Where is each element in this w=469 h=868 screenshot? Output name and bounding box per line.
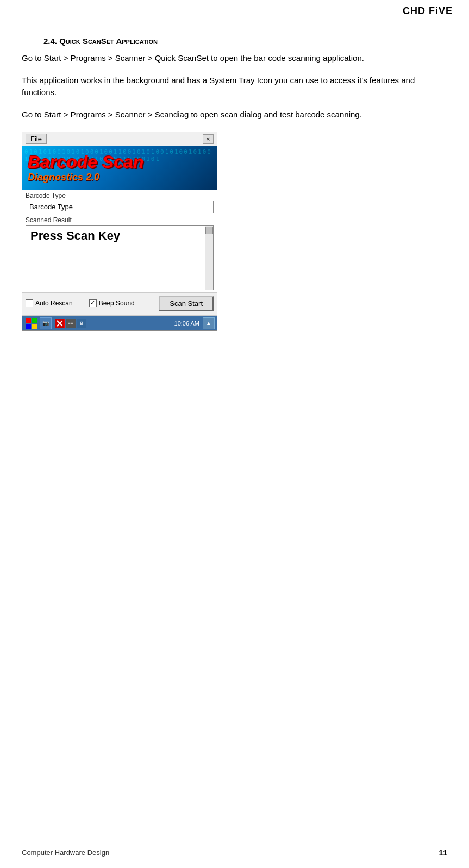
tray-icon-2: ≡≡	[66, 319, 76, 328]
svg-rect-1	[32, 318, 37, 323]
page-footer: Computer Hardware Design 11	[0, 844, 469, 857]
page-header: CHD FiVE	[0, 0, 469, 20]
paragraph-3: Go to Start > Programs > Scanner > Scand…	[22, 109, 447, 121]
tray-icon-3: 🖥	[77, 319, 86, 328]
taskbar-icon-1[interactable]: 📷	[40, 317, 52, 329]
scanned-result-scrollbar[interactable]	[205, 225, 214, 290]
windows-start-icon	[26, 318, 37, 329]
file-menu-button[interactable]: File	[26, 134, 47, 144]
tray-icon-right: ▲	[203, 317, 215, 329]
window-banner: 0101010010101000100110010101001010010100…	[22, 146, 217, 190]
footer-page-number: 11	[439, 848, 447, 857]
window-frame: File × 010101001010100010011001010100101…	[22, 132, 217, 331]
tray-icon-1	[55, 319, 65, 328]
auto-rescan-label: Auto Rescan	[35, 299, 73, 307]
scan-start-button[interactable]: Scan Start	[159, 296, 214, 311]
scanned-result-area: Press Scan Key	[26, 225, 214, 290]
beep-sound-checkbox-item: ✓ Beep Sound	[89, 299, 135, 307]
beep-sound-checkbox[interactable]: ✓	[89, 299, 97, 307]
beep-sound-label: Beep Sound	[99, 299, 135, 307]
auto-rescan-checkbox[interactable]	[26, 299, 33, 307]
svg-rect-2	[26, 324, 31, 329]
taskbar-time: 10:06 AM	[172, 320, 202, 327]
barcode-type-input[interactable]	[26, 201, 214, 213]
buttons-row: Scan Start	[159, 296, 214, 311]
window-titlebar: File ×	[22, 132, 217, 146]
content-area: 2.4. Quick ScanSet Application Go to Sta…	[0, 20, 469, 369]
svg-rect-3	[32, 324, 37, 329]
scrollbar-thumb	[205, 227, 213, 234]
brand-title: CHD FiVE	[403, 5, 453, 17]
auto-rescan-checkbox-item: Auto Rescan	[26, 299, 73, 307]
window-close-button[interactable]: ×	[203, 134, 214, 144]
paragraph-2: This application works in the background…	[22, 74, 447, 99]
barcode-type-label: Barcode Type	[26, 192, 214, 199]
svg-rect-0	[26, 318, 31, 323]
checkboxes-row: Auto Rescan ✓ Beep Sound Scan Start	[26, 295, 214, 311]
window-bottom-controls: Auto Rescan ✓ Beep Sound Scan Start	[22, 292, 217, 315]
taskbar-start-button[interactable]	[24, 317, 39, 329]
window-body: Barcode Type Scanned Result Press Scan K…	[22, 190, 217, 292]
banner-title: Barcode Scan	[28, 153, 211, 171]
banner-subtitle: Diagnostics 2.0	[28, 172, 211, 183]
x-icon	[56, 320, 64, 327]
scanned-result-label: Scanned Result	[26, 216, 214, 224]
footer-center-text: Computer Hardware Design	[22, 848, 109, 857]
taskbar: 📷 ≡≡ 🖥 10:06 AM ▲	[22, 315, 217, 330]
screenshot-container: File × 010101001010100010011001010100101…	[22, 132, 217, 331]
paragraph-1: Go to Start > Programs > Scanner > Quick…	[22, 52, 447, 65]
scanned-result-text: Press Scan Key	[26, 225, 205, 290]
section-heading: 2.4. Quick ScanSet Application	[43, 36, 447, 46]
